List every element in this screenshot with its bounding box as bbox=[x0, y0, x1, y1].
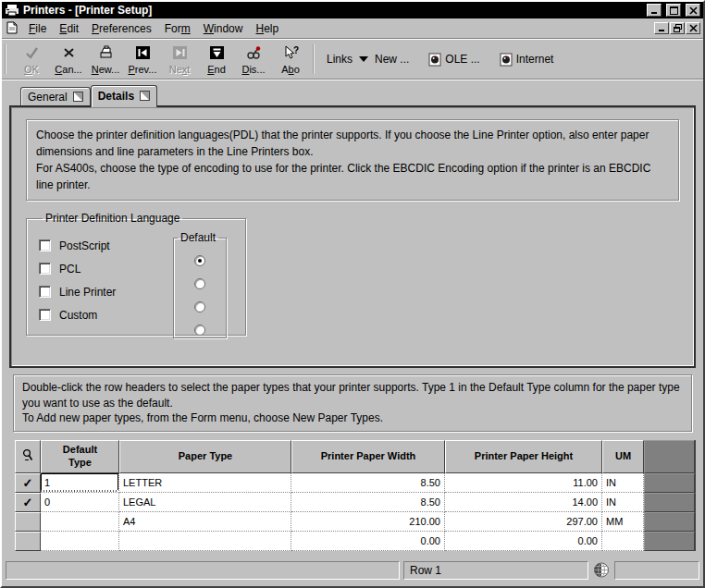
cell-height-3[interactable]: 297.00 bbox=[445, 512, 602, 532]
column-header-default-type[interactable]: Default Type bbox=[41, 440, 119, 473]
links-area: Links New ... OLE ... Internet bbox=[321, 42, 553, 77]
grid-row-a4: A4 210.00 297.00 MM bbox=[15, 512, 695, 532]
app-printer-icon bbox=[5, 4, 19, 17]
tab-corner-icon bbox=[140, 91, 150, 101]
postscript-checkbox[interactable] bbox=[39, 239, 51, 251]
display-icon bbox=[246, 44, 262, 60]
postscript-label: PostScript bbox=[59, 239, 110, 252]
custom-label: Custom bbox=[59, 309, 97, 322]
cancel-button[interactable]: Can... bbox=[50, 42, 87, 77]
cell-default-type-4[interactable] bbox=[41, 532, 119, 551]
cell-um-3[interactable]: MM bbox=[602, 512, 644, 532]
default-radio-postscript[interactable] bbox=[194, 255, 205, 266]
end-button[interactable]: End bbox=[198, 42, 235, 77]
previous-button[interactable]: Prev... bbox=[124, 42, 161, 77]
menu-file[interactable]: File bbox=[22, 20, 53, 37]
minimize-button[interactable] bbox=[647, 4, 662, 17]
cell-um-4[interactable] bbox=[602, 532, 644, 551]
cell-default-type-3[interactable] bbox=[41, 512, 119, 532]
grid-corner-header[interactable] bbox=[15, 440, 41, 473]
tab-details[interactable]: Details bbox=[91, 85, 157, 107]
mdi-restore-button[interactable] bbox=[670, 22, 685, 34]
ok-button[interactable]: OK bbox=[13, 42, 50, 77]
row-header-1[interactable]: ✓ bbox=[15, 473, 41, 493]
close-button[interactable] bbox=[686, 4, 700, 17]
cell-filler-3 bbox=[644, 512, 695, 532]
globe-icon bbox=[592, 561, 611, 579]
cell-height-1[interactable]: 11.00 bbox=[445, 473, 602, 493]
mdi-minimize-button[interactable] bbox=[654, 22, 669, 34]
menu-window[interactable]: Window bbox=[197, 20, 250, 37]
cell-filler-1 bbox=[644, 473, 695, 493]
ole-item[interactable]: OLE ... bbox=[428, 53, 479, 67]
cell-width-1[interactable]: 8.50 bbox=[291, 473, 445, 493]
status-bar: Row 1 bbox=[2, 558, 703, 582]
end-icon bbox=[209, 44, 225, 60]
line-printer-label: Line Printer bbox=[59, 286, 116, 299]
cell-width-4[interactable]: 0.00 bbox=[291, 532, 445, 551]
column-header-paper-type[interactable]: Paper Type bbox=[119, 440, 291, 473]
default-radio-pcl[interactable] bbox=[194, 278, 205, 289]
row-header-2[interactable]: ✓ bbox=[15, 493, 41, 512]
previous-icon bbox=[135, 44, 151, 60]
default-radio-custom[interactable] bbox=[194, 325, 205, 336]
cell-width-3[interactable]: 210.00 bbox=[291, 512, 445, 532]
mdi-close-button[interactable] bbox=[686, 22, 700, 34]
status-row-label: Row 1 bbox=[410, 564, 441, 577]
ok-check-icon bbox=[24, 44, 40, 60]
column-header-printer-paper-width[interactable]: Printer Paper Width bbox=[291, 440, 445, 473]
custom-checkbox[interactable] bbox=[39, 309, 51, 321]
menu-help[interactable]: Help bbox=[249, 20, 285, 37]
paper-instructions-box: Double-click the row headers to select t… bbox=[13, 374, 692, 432]
document-icon[interactable] bbox=[5, 21, 19, 35]
menu-edit[interactable]: Edit bbox=[53, 20, 85, 37]
cell-um-1[interactable]: IN bbox=[602, 473, 644, 493]
default-radio-line-printer[interactable] bbox=[194, 301, 205, 312]
row-header-3[interactable] bbox=[15, 512, 41, 532]
maximize-button[interactable] bbox=[666, 4, 681, 17]
cell-paper-type-1[interactable]: LETTER bbox=[119, 473, 291, 493]
paper-instructions-line-1: Double-click the row headers to select t… bbox=[22, 380, 683, 410]
cell-height-2[interactable]: 14.00 bbox=[445, 493, 602, 512]
row-header-4[interactable] bbox=[15, 532, 41, 551]
cell-default-type-2[interactable]: 0 bbox=[41, 493, 119, 512]
svg-text:?: ? bbox=[293, 45, 299, 55]
line-printer-checkbox[interactable] bbox=[39, 286, 51, 298]
find-icon bbox=[22, 448, 34, 465]
tab-general[interactable]: General bbox=[20, 87, 91, 105]
links-new-item[interactable]: New ... bbox=[375, 53, 409, 66]
column-header-um[interactable]: UM bbox=[602, 440, 644, 473]
display-button[interactable]: Dis... bbox=[235, 42, 272, 77]
grid-row-letter: ✓ 1 LETTER 8.50 11.00 IN bbox=[15, 473, 695, 493]
ole-document-icon bbox=[428, 53, 441, 67]
pcl-checkbox[interactable] bbox=[39, 263, 51, 275]
cell-height-4[interactable]: 0.00 bbox=[445, 532, 602, 551]
about-button[interactable]: ? Abo bbox=[272, 42, 309, 77]
cell-paper-type-3[interactable]: A4 bbox=[119, 512, 291, 532]
links-label[interactable]: Links bbox=[327, 53, 352, 66]
links-dropdown-icon[interactable] bbox=[359, 56, 368, 62]
internet-item[interactable]: Internet bbox=[500, 53, 554, 67]
menu-preferences[interactable]: Preferences bbox=[85, 20, 158, 37]
toolbar-grip-2[interactable] bbox=[313, 44, 316, 74]
column-header-printer-paper-height[interactable]: Printer Paper Height bbox=[445, 440, 602, 473]
new-button[interactable]: New... bbox=[87, 42, 124, 77]
cell-paper-type-4[interactable] bbox=[119, 532, 291, 551]
cell-default-type-1[interactable]: 1 bbox=[41, 473, 119, 493]
cell-paper-type-2[interactable]: LEGAL bbox=[119, 493, 291, 512]
tab-strip: General Details bbox=[2, 82, 703, 105]
paper-instructions-line-2: To Add new paper types, from the Form me… bbox=[22, 410, 683, 426]
window-title: Printers - [Printer Setup] bbox=[23, 4, 642, 17]
next-icon bbox=[172, 44, 188, 60]
grid-row-legal: ✓ 0 LEGAL 8.50 14.00 IN bbox=[15, 493, 695, 512]
details-tab-page: Choose the printer definition languages(… bbox=[9, 105, 696, 368]
pcl-label: PCL bbox=[59, 263, 80, 276]
cell-um-2[interactable]: IN bbox=[602, 493, 644, 512]
toolbar-grip[interactable] bbox=[5, 44, 8, 74]
internet-document-icon bbox=[500, 53, 513, 67]
row-check-icon: ✓ bbox=[23, 476, 33, 490]
cell-width-2[interactable]: 8.50 bbox=[291, 493, 445, 512]
next-button[interactable]: Next bbox=[161, 42, 198, 77]
menu-form[interactable]: Form bbox=[158, 20, 197, 37]
pdl-instructions-box: Choose the printer definition languages(… bbox=[26, 119, 679, 201]
